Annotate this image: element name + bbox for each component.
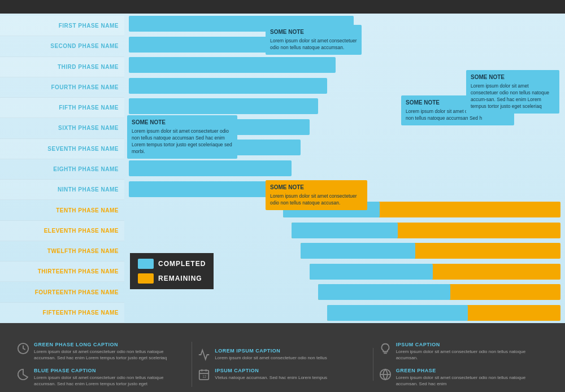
legend-completed-box: [138, 259, 154, 269]
footer-text-0-0: GREEN PHASE LONG CAPTIONLorem ipsum dolo…: [34, 342, 186, 361]
legend-completed-label: COMPLETED: [158, 260, 206, 268]
gantt-bar-2: [129, 57, 336, 73]
footer-text-0-1: BLUE PHASE CAPTIONLorem ipsum dolor sit …: [34, 368, 186, 387]
page-title: [0, 0, 565, 14]
phase-label-11: ELEVENTH PHASE NAME: [0, 221, 124, 241]
calendar-icon: 12: [198, 368, 210, 381]
gantt-chart: COMPLETEDREMAININGSOME NOTELorem ipsum d…: [124, 14, 565, 323]
gantt-bar-19: [318, 284, 450, 300]
footer-item-1-0: LOREM IPSUM CAPTIONLorem ipsum dolor sit…: [198, 348, 367, 361]
gantt-bar-20: [327, 305, 468, 321]
phase-label-9: NINTH PHASE NAME: [0, 180, 124, 200]
footer-col-2: LOREM IPSUM CAPTIONLorem ipsum dolor sit…: [192, 348, 373, 381]
phase-label-7: SEVENTH PHASE NAME: [0, 139, 124, 159]
legend-remaining-box: [138, 273, 154, 284]
phase-label-12: TWELFTH PHASE NAME: [0, 241, 124, 262]
pie-icon: [17, 368, 29, 381]
legend-completed: COMPLETED: [138, 259, 206, 269]
gantt-bar-7: [129, 160, 292, 176]
phase-label-6: SIXTH PHASE NAME: [0, 118, 124, 138]
phase-label-3: THIRD PHASE NAME: [0, 57, 124, 77]
note-5: SOME NOTELorem ipsum dolor sit amet cons…: [466, 70, 559, 114]
footer-text-2-1: GREEN PHASELorem ipsum dolor sit amet co…: [396, 368, 548, 387]
footer-item-2-0: IPSUM CAPTIONLorem ipsum dolor sit amet …: [379, 342, 548, 361]
globe-icon: [379, 368, 392, 381]
footer-text-2-0: IPSUM CAPTIONLorem ipsum dolor sit amet …: [396, 342, 548, 361]
svg-text:12: 12: [203, 374, 207, 378]
gantt-bar-3: [129, 78, 327, 94]
gantt-bar-18: [310, 264, 433, 280]
note-1: SOME NOTELorem ipsum dolor sit amet cons…: [266, 25, 362, 55]
footer-text-1-1: IPSUM CAPTIONVtelus natoque accumsan. Se…: [215, 368, 327, 381]
footer-item-2-1: GREEN PHASELorem ipsum dolor sit amet co…: [379, 368, 548, 387]
phase-label-5: FIFTH PHASE NAME: [0, 98, 124, 118]
footer-col-3: IPSUM CAPTIONLorem ipsum dolor sit amet …: [373, 342, 554, 387]
phase-label-15: FIFTEENTH PHASE NAME: [0, 303, 124, 323]
gantt-bar-4: [129, 98, 318, 114]
footer-col-1: GREEN PHASE LONG CAPTIONLorem ipsum dolo…: [11, 342, 192, 387]
phase-label-1: FIRST PHASE NAME: [0, 16, 124, 36]
note-4: SOME NOTELorem ipsum dolor sit amet cons…: [266, 180, 367, 210]
phase-label-8: EIGHTH PHASE NAME: [0, 159, 124, 180]
gantt-bar-16: [292, 223, 397, 238]
footer-item-1-1: 12IPSUM CAPTIONVtelus natoque accumsan. …: [198, 368, 367, 381]
footer-text-1-0: LOREM IPSUM CAPTIONLorem ipsum dolor sit…: [215, 348, 327, 361]
bulb-icon: [379, 342, 392, 355]
note-3: SOME NOTELorem ipsum dolor sit amet cons…: [127, 115, 237, 159]
phase-label-4: FOURTH PHASE NAME: [0, 77, 124, 98]
legend-remaining: REMAINING: [138, 273, 206, 284]
footer-item-0-0: GREEN PHASE LONG CAPTIONLorem ipsum dolo…: [17, 342, 186, 361]
gantt-bar-8: [129, 181, 283, 197]
footer-item-0-1: BLUE PHASE CAPTIONLorem ipsum dolor sit …: [17, 368, 186, 387]
phase-label-14: FOURTEENTH PHASE NAME: [0, 282, 124, 302]
legend: COMPLETEDREMAINING: [130, 253, 214, 289]
phase-labels: FIRST PHASE NAMESECOND PHASE NAMETHIRD P…: [0, 14, 124, 323]
phase-label-2: SECOND PHASE NAME: [0, 36, 124, 56]
footer: GREEN PHASE LONG CAPTIONLorem ipsum dolo…: [0, 323, 565, 392]
legend-remaining-label: REMAINING: [158, 275, 202, 282]
gantt-bar-17: [301, 243, 415, 259]
phase-label-13: THIRTEENTH PHASE NAME: [0, 262, 124, 282]
phase-label-10: TENTH PHASE NAME: [0, 200, 124, 220]
chart-icon: [198, 349, 210, 361]
clock-icon: [17, 342, 29, 355]
